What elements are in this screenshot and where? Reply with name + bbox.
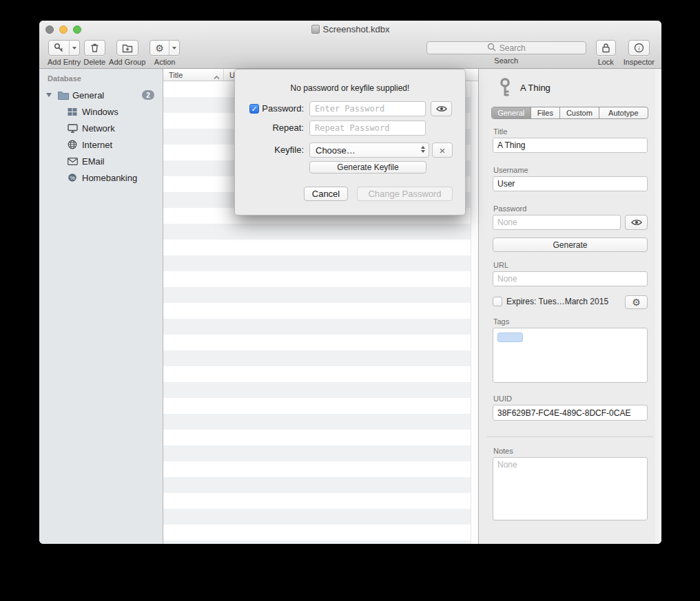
url-field[interactable] <box>493 271 648 286</box>
clear-keyfile-button[interactable]: × <box>432 143 453 158</box>
dialog-password-input[interactable] <box>309 101 426 116</box>
delete-button[interactable] <box>84 40 105 56</box>
tab-files[interactable]: Files <box>531 107 561 118</box>
windows-icon <box>68 107 77 116</box>
tab-autotype[interactable]: Autotype <box>599 107 648 118</box>
toolbar-item-delete: Delete <box>83 40 105 66</box>
reveal-password-button[interactable] <box>625 215 648 230</box>
cancel-button[interactable]: Cancel <box>304 187 348 201</box>
toolbar-item-action: ⚙ Action <box>150 40 180 66</box>
title-field[interactable] <box>493 138 648 153</box>
password-label: Password <box>493 204 526 213</box>
lock-button[interactable] <box>596 40 616 56</box>
window-title: Screenshot.kdbx <box>323 24 390 34</box>
inspector-panel: A Thing General Files Custom Autotype Ti… <box>479 69 661 544</box>
sidebar-section-header: Database <box>48 74 81 83</box>
toolbar-item-add-group: Add Group <box>109 40 145 66</box>
dialog-repeat-label: Repeat: <box>235 120 304 136</box>
tag-chip[interactable] <box>497 333 523 342</box>
notes-label: Notes <box>493 447 513 455</box>
dialog-keyfile-label: Keyfile: <box>235 143 304 158</box>
search-icon <box>487 42 496 54</box>
sidebar-item-email[interactable]: EMail <box>39 153 163 169</box>
column-title-label: Title <box>169 71 183 79</box>
uuid-field[interactable] <box>493 405 648 421</box>
key-icon <box>497 77 513 101</box>
mail-icon <box>68 158 78 165</box>
gear-icon: ⚙ <box>150 41 169 55</box>
password-row: ✓ Password: <box>235 101 465 116</box>
divider <box>487 436 653 437</box>
add-entry-dropdown[interactable] <box>69 41 79 55</box>
url-label: URL <box>493 261 508 269</box>
entry-title: A Thing <box>520 83 550 93</box>
sidebar: Database General 2 Windows Network <box>39 69 163 544</box>
chevron-down-icon <box>72 47 76 50</box>
delete-label: Delete <box>83 58 105 66</box>
expires-settings-button[interactable]: ⚙ <box>625 295 648 309</box>
add-entry-label: Add Entry <box>48 58 81 66</box>
password-field[interactable] <box>493 215 621 230</box>
keyfile-dropdown[interactable]: Choose… <box>309 143 429 158</box>
sidebar-item-windows[interactable]: Windows <box>39 103 163 120</box>
sidebar-item-network[interactable]: Network <box>39 120 163 136</box>
inspector-scrollbar[interactable] <box>655 69 661 544</box>
sidebar-item-label: Internet <box>82 140 112 150</box>
lock-label: Lock <box>598 58 614 66</box>
inspector-button[interactable]: i <box>628 40 650 56</box>
toolbar-item-add-entry: Add Entry <box>48 40 81 66</box>
generate-keyfile-button[interactable]: Generate Keyfile <box>309 161 426 173</box>
sidebar-item-general[interactable]: General 2 <box>39 87 163 103</box>
window-title-area: Screenshot.kdbx <box>39 21 661 38</box>
document-icon <box>311 25 320 34</box>
column-header-title[interactable]: Title <box>163 69 224 81</box>
dialog-message: No password or keyfile supplied! <box>235 83 465 93</box>
key-plus-icon <box>49 41 69 55</box>
eye-icon <box>436 104 447 114</box>
username-field[interactable] <box>493 176 648 191</box>
action-dropdown[interactable] <box>169 41 179 55</box>
folder-icon <box>58 91 69 100</box>
sidebar-item-label: Homebanking <box>82 173 137 183</box>
sidebar-item-label: General <box>72 90 104 101</box>
tags-box[interactable] <box>493 328 648 383</box>
add-group-button[interactable] <box>116 40 138 56</box>
repeat-row: Repeat: <box>235 120 465 136</box>
tab-custom[interactable]: Custom <box>560 107 599 118</box>
uuid-label: UUID <box>493 394 512 403</box>
keyfile-row: Keyfile: Choose… × <box>235 143 465 158</box>
toolbar: Add Entry Delete Add Group <box>39 38 661 69</box>
add-entry-button[interactable] <box>48 40 80 56</box>
expires-checkbox[interactable] <box>493 297 502 306</box>
inspector-label: Inspector <box>624 58 655 66</box>
inspector-tabs: General Files Custom Autotype <box>491 107 648 119</box>
titlebar[interactable]: Screenshot.kdbx <box>39 21 661 38</box>
sidebar-item-internet[interactable]: Internet <box>39 136 163 153</box>
expires-row: Expires: Tues…March 2015 ⚙ <box>493 295 648 309</box>
search-input[interactable]: Search <box>426 41 586 54</box>
computer-icon <box>68 124 78 133</box>
search-placeholder: Search <box>500 43 526 53</box>
disclosure-triangle-icon[interactable] <box>46 93 52 97</box>
chevron-down-icon <box>172 47 176 50</box>
dialog-password-label: Password: <box>235 101 304 116</box>
notes-field[interactable] <box>493 457 648 520</box>
toolbar-item-search: Search Search <box>426 40 586 65</box>
gear-icon: ⚙ <box>632 297 641 307</box>
action-button[interactable]: ⚙ <box>150 40 180 56</box>
sidebar-item-homebanking[interactable]: % Homebanking <box>39 169 163 186</box>
window-header: Screenshot.kdbx Add Entry D <box>39 21 661 69</box>
change-password-button[interactable]: Change Password <box>357 187 453 201</box>
reveal-dialog-password-button[interactable] <box>431 101 452 116</box>
sidebar-item-label: Windows <box>82 107 119 117</box>
percent-icon: % <box>68 173 77 182</box>
globe-icon <box>68 140 77 149</box>
tab-general[interactable]: General <box>492 107 531 118</box>
toolbar-item-lock: Lock <box>596 40 616 66</box>
change-password-dialog: No password or keyfile supplied! ✓ Passw… <box>234 69 466 215</box>
dialog-repeat-input[interactable] <box>309 120 426 136</box>
username-label: Username <box>493 166 528 174</box>
trash-icon <box>85 41 105 55</box>
entry-list-scrollbar[interactable] <box>471 81 478 544</box>
generate-button[interactable]: Generate <box>493 238 648 252</box>
